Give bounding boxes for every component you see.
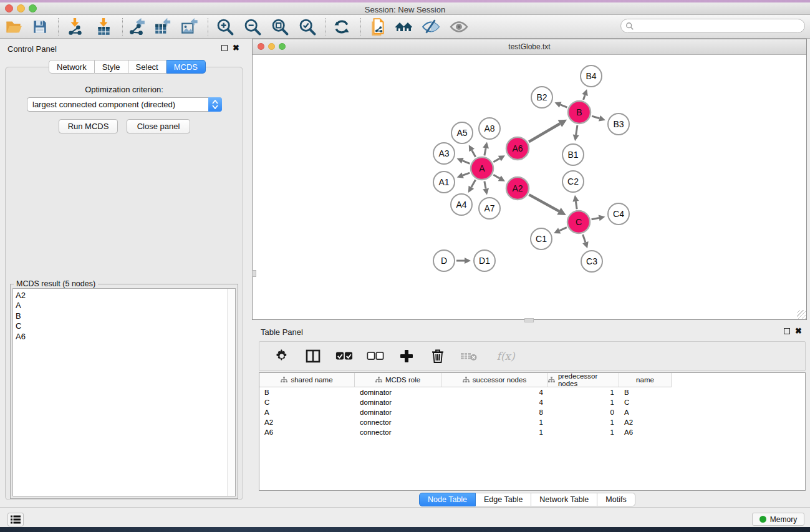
graph-node-label: A5: [456, 128, 467, 138]
table-row[interactable]: Bdominator41B: [259, 387, 805, 397]
close-panel-icon[interactable]: ✖: [233, 45, 239, 51]
mcds-result-item[interactable]: C: [13, 321, 235, 331]
graph-node-label: C1: [536, 234, 547, 244]
table-cell[interactable]: A: [259, 409, 355, 416]
table-cell[interactable]: dominator: [355, 409, 441, 416]
export-image-icon[interactable]: [180, 17, 200, 37]
tab-network[interactable]: Network: [49, 60, 95, 74]
delete-column-icon[interactable]: [429, 347, 446, 365]
deselect-all-icon[interactable]: [367, 347, 384, 365]
mcds-result-item[interactable]: A6: [13, 332, 235, 342]
tab-network-table[interactable]: Network Table: [531, 493, 597, 506]
table-toolbar: f(x): [259, 341, 806, 371]
table-cell[interactable]: 1: [441, 418, 548, 426]
tab-motifs[interactable]: Motifs: [597, 493, 635, 506]
tab-edge-table[interactable]: Edge Table: [476, 493, 531, 506]
table-cell[interactable]: A2: [619, 418, 672, 426]
import-table-icon[interactable]: [94, 17, 113, 37]
add-column-icon[interactable]: [398, 347, 415, 365]
column-header-shared-name[interactable]: shared name: [259, 373, 355, 387]
refresh-icon[interactable]: [332, 17, 352, 37]
table-cell[interactable]: dominator: [355, 399, 441, 406]
mcds-result-item[interactable]: B: [13, 311, 235, 321]
table-cell[interactable]: 1: [548, 428, 619, 436]
table-panel-title: Table Panel: [261, 327, 303, 337]
tab-style[interactable]: Style: [95, 60, 128, 74]
tab-node-table[interactable]: Node Table: [419, 493, 476, 506]
table-cell[interactable]: 1: [548, 418, 619, 426]
memory-label: Memory: [770, 515, 797, 524]
table-row[interactable]: Cdominator41C: [259, 397, 805, 407]
panel-resize-handle[interactable]: [252, 270, 256, 277]
tab-mcds[interactable]: MCDS: [166, 60, 206, 74]
task-list-button[interactable]: [7, 513, 24, 526]
table-cell[interactable]: C: [619, 399, 672, 406]
split-columns-icon[interactable]: [304, 347, 322, 365]
graph-node-label: B3: [613, 119, 624, 129]
open-file-icon[interactable]: [4, 17, 24, 37]
export-table-icon[interactable]: [153, 17, 173, 37]
search-input[interactable]: [634, 21, 790, 31]
show-network-eye-icon[interactable]: [449, 17, 469, 37]
zoom-fit-icon[interactable]: [270, 17, 290, 37]
column-header-name[interactable]: name: [619, 373, 672, 387]
home-icon[interactable]: [394, 17, 414, 37]
hide-network-eye-icon[interactable]: [421, 17, 441, 37]
scrollbar[interactable]: [227, 289, 235, 496]
table-row[interactable]: A6connector11A6: [259, 427, 805, 437]
table-cell[interactable]: connector: [355, 428, 441, 436]
float-panel-icon[interactable]: [221, 45, 228, 51]
table-row[interactable]: Adominator80A: [259, 407, 805, 417]
float-panel-icon[interactable]: [784, 328, 790, 334]
table-cell[interactable]: 4: [441, 399, 548, 406]
run-mcds-button[interactable]: Run MCDS: [59, 119, 118, 133]
select-all-icon[interactable]: [335, 347, 353, 365]
network-window: testGlobe.txt B4B2BB3A5A8A6A3AB1A1C2A2A4…: [252, 39, 807, 320]
table-panel-window-buttons: ✖: [784, 328, 802, 334]
table-cell[interactable]: connector: [355, 418, 441, 426]
graph-node-label: D1: [479, 256, 490, 266]
column-type-icon: [463, 377, 470, 384]
window-resize-grip-icon[interactable]: [797, 310, 806, 319]
table-cell[interactable]: dominator: [355, 389, 441, 396]
table-cell[interactable]: C: [259, 399, 355, 406]
network-graph[interactable]: B4B2BB3A5A8A6A3AB1A1C2A2A4A7C4CC1C3DD1: [253, 55, 806, 319]
table-cell[interactable]: 0: [548, 409, 619, 416]
zoom-out-icon[interactable]: [243, 17, 263, 37]
import-network-icon[interactable]: [65, 17, 85, 37]
table-cell[interactable]: A: [619, 409, 672, 416]
mcds-result-item[interactable]: A2: [13, 291, 235, 301]
save-session-icon[interactable]: [30, 17, 50, 37]
table-cell[interactable]: 8: [441, 409, 548, 416]
table-cell[interactable]: B: [259, 389, 355, 396]
mcds-result-list[interactable]: A2ABCA6: [12, 288, 236, 496]
table-cell[interactable]: A6: [619, 428, 672, 436]
criterion-dropdown[interactable]: largest connected component (directed): [27, 97, 222, 112]
column-header-MCDS-role[interactable]: MCDS role: [355, 373, 441, 387]
column-header-predecessor-nodes[interactable]: predecessor nodes: [548, 373, 619, 387]
table-cell[interactable]: A6: [259, 428, 355, 436]
column-type-icon: [548, 377, 555, 384]
close-panel-button[interactable]: Close panel: [127, 119, 190, 133]
tab-select[interactable]: Select: [128, 60, 166, 74]
mcds-result-item[interactable]: A: [13, 301, 235, 311]
search-field[interactable]: [620, 19, 805, 33]
zoom-in-icon[interactable]: [215, 17, 235, 37]
export-network-icon[interactable]: [127, 17, 147, 37]
table-cell[interactable]: B: [619, 389, 672, 396]
toolbar-separator: [122, 18, 123, 36]
table-cell[interactable]: 1: [441, 428, 548, 436]
table-row[interactable]: A2connector11A2: [259, 417, 805, 427]
table-cell[interactable]: A2: [259, 418, 355, 426]
network-from-file-icon[interactable]: [368, 17, 388, 37]
table-cell[interactable]: 4: [441, 389, 548, 396]
table-cell[interactable]: 1: [548, 389, 619, 396]
memory-button[interactable]: Memory: [752, 513, 804, 526]
gear-icon[interactable]: [273, 347, 291, 365]
graph-node-label: A7: [484, 203, 494, 213]
close-panel-icon[interactable]: ✖: [795, 328, 802, 334]
zoom-selected-icon[interactable]: [297, 17, 317, 37]
column-header-successor-nodes[interactable]: successor nodes: [441, 373, 548, 387]
divider-handle[interactable]: [524, 318, 534, 322]
table-cell[interactable]: 1: [548, 399, 619, 406]
